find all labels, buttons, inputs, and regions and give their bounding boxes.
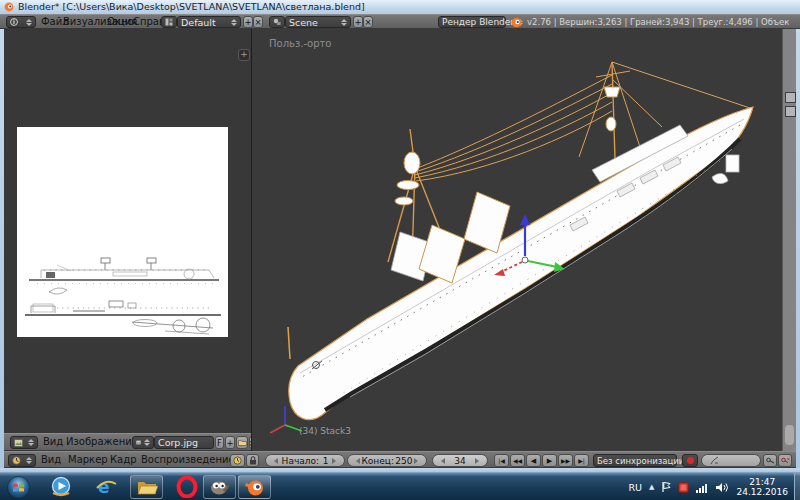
end-value: 250 <box>395 456 412 466</box>
taskbar-blender[interactable] <box>238 475 271 499</box>
play-reverse-button[interactable]: ◀ <box>526 454 541 467</box>
ship-model <box>252 29 782 451</box>
window-titlebar[interactable]: Blender* [C:\Users\Вика\Desktop\SVETLANA… <box>0 0 800 15</box>
add-scene-button[interactable]: + <box>353 16 363 28</box>
image-editor-header: Вид Изображение Corp.jpg F + × <box>4 433 251 451</box>
menu-image[interactable]: Изображение <box>66 436 138 447</box>
antivirus-tray-icon[interactable] <box>678 482 689 493</box>
editor-type-selector[interactable] <box>8 454 36 467</box>
menu-view[interactable]: Вид <box>41 454 61 465</box>
lock-icon <box>249 456 257 465</box>
stepper-left-icon[interactable] <box>441 458 445 464</box>
open-image-button[interactable] <box>236 436 248 449</box>
new-image-button[interactable]: + <box>225 436 235 449</box>
taskbar-gimp[interactable] <box>203 475 236 499</box>
fake-user-button[interactable]: F <box>215 436 224 449</box>
image-editor-icon <box>14 439 23 447</box>
screen-layout-field[interactable]: Default <box>177 16 241 28</box>
clock-time: 21:47 <box>736 477 788 487</box>
delete-keyframe-button[interactable] <box>778 454 792 467</box>
current-frame-field[interactable]: 34 <box>432 454 488 467</box>
panel-icon[interactable] <box>785 106 796 117</box>
network-signal-icon[interactable] <box>696 482 709 493</box>
frame-start-slider[interactable]: Начало: 1 <box>265 454 345 467</box>
info-editor-icon <box>10 18 18 26</box>
next-keyframe-icon: ▶▶ <box>561 457 570 464</box>
frame-end-slider[interactable]: Конец: 250 <box>347 454 427 467</box>
stepper-right-icon[interactable] <box>475 458 479 464</box>
image-name-field[interactable]: Corp.jpg <box>154 436 214 449</box>
current-frame-value: 34 <box>454 456 465 466</box>
hidden-icons-chevron-icon[interactable]: ▲ <box>649 483 654 491</box>
chevron-updown-icon <box>26 457 32 464</box>
tray-clock[interactable]: 21:47 24.12.2016 <box>736 477 788 497</box>
image-datablock-icon <box>136 439 141 446</box>
time-toggle-button[interactable] <box>230 454 245 467</box>
screen-layout-name: Default <box>181 17 216 28</box>
stepper-left-icon[interactable] <box>274 458 278 464</box>
scrollbar-thumb[interactable] <box>785 425 794 445</box>
insert-keyframe-button[interactable] <box>763 454 777 467</box>
taskbar-explorer[interactable] <box>130 475 163 499</box>
next-keyframe-button[interactable]: ▶▶ <box>558 454 573 467</box>
taskbar-media-player[interactable] <box>46 475 76 499</box>
stepper-right-icon[interactable] <box>332 458 336 464</box>
delete-layout-button[interactable]: × <box>253 16 263 28</box>
add-layout-button[interactable]: + <box>243 16 253 28</box>
menu-frame[interactable]: Кадр <box>110 454 137 465</box>
properties-strip[interactable] <box>782 29 796 451</box>
lock-toggle-button[interactable] <box>246 454 259 467</box>
menu-marker[interactable]: Маркер <box>68 454 108 465</box>
stepper-left-icon[interactable] <box>356 458 360 464</box>
keying-set-field[interactable] <box>701 454 761 467</box>
action-center-flag-icon[interactable] <box>661 481 671 493</box>
start-button[interactable] <box>3 475 33 499</box>
delete-scene-button[interactable]: × <box>363 16 373 28</box>
scene-statistics: v2.76 | Вершин:3,263 | Граней:3,943 | Тр… <box>527 17 789 29</box>
speaker-icon[interactable] <box>716 482 729 493</box>
timeline-editor-icon <box>12 456 21 465</box>
windows-start-icon <box>7 476 30 499</box>
taskbar-internet-explorer[interactable]: e <box>91 475 121 499</box>
menu-window[interactable]: Окно <box>107 16 134 27</box>
jump-start-button[interactable]: |◀ <box>494 454 509 467</box>
pen-icon <box>710 456 720 465</box>
system-tray: RU ▲ 21:47 24.12.2016 <box>629 477 788 497</box>
language-indicator[interactable]: RU <box>629 482 643 493</box>
render-engine-select[interactable]: Рендер Blender <box>438 16 506 28</box>
stepper-right-icon[interactable] <box>414 458 418 464</box>
editor-type-selector[interactable] <box>10 436 38 449</box>
opera-icon <box>176 476 198 498</box>
taskbar-opera[interactable] <box>172 475 202 499</box>
prev-keyframe-button[interactable]: ◀◀ <box>510 454 525 467</box>
key-x-icon <box>781 457 790 465</box>
sync-mode-select[interactable]: Без синхронизации <box>593 454 677 467</box>
reference-image <box>17 127 228 337</box>
screen-layout-browse[interactable] <box>161 16 177 28</box>
autokey-record-button[interactable] <box>682 454 698 467</box>
media-player-icon <box>50 476 72 498</box>
blender-taskbar-icon <box>244 478 265 497</box>
play-icon: ▶ <box>547 457 552 465</box>
ship-blueprint-drawing <box>17 127 228 337</box>
menu-view[interactable]: Вид <box>43 436 63 447</box>
jump-end-button[interactable]: ▶| <box>574 454 589 467</box>
menu-playback[interactable]: Воспроизведение <box>141 454 235 465</box>
image-name: Corp.jpg <box>158 437 198 448</box>
scene-field[interactable]: Scene <box>285 16 351 28</box>
open-panel-tab[interactable]: + <box>238 49 250 61</box>
folder-icon <box>238 439 247 446</box>
blender-logo-icon <box>511 17 522 28</box>
image-browse[interactable] <box>132 436 154 449</box>
play-reverse-icon: ◀ <box>531 457 536 465</box>
scene-browse[interactable] <box>269 16 285 28</box>
gimp-icon <box>209 477 231 497</box>
viewport-3d[interactable]: Польз.-орто (34) Stack3 <box>252 29 782 451</box>
playback-controls: |◀ ◀◀ ◀ ▶ ▶▶ ▶| <box>494 454 589 467</box>
show-desktop-button[interactable] <box>794 473 800 500</box>
start-label: Начало: <box>282 456 319 466</box>
play-button[interactable]: ▶ <box>542 454 557 467</box>
editor-type-selector[interactable] <box>6 16 36 28</box>
panel-icon[interactable] <box>785 92 796 103</box>
sync-mode-value: Без синхронизации <box>597 456 684 466</box>
